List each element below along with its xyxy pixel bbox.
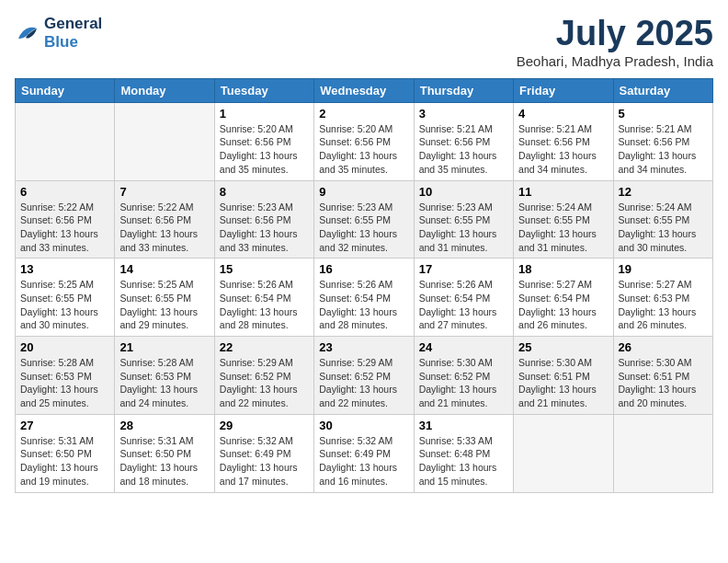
day-number: 23: [319, 340, 408, 354]
day-detail: Sunrise: 5:26 AM Sunset: 6:54 PM Dayligh…: [419, 278, 508, 332]
day-number: 13: [20, 262, 109, 276]
day-detail: Sunrise: 5:20 AM Sunset: 6:56 PM Dayligh…: [220, 122, 309, 177]
day-number: 12: [619, 185, 708, 199]
logo: General Blue: [15, 15, 102, 52]
day-number: 18: [518, 262, 608, 276]
calendar-day: 24Sunrise: 5:30 AM Sunset: 6:52 PM Dayli…: [414, 337, 513, 415]
day-number: 29: [220, 419, 309, 432]
col-header-tuesday: Tuesday: [214, 78, 313, 102]
day-number: 21: [119, 340, 209, 354]
day-detail: Sunrise: 5:21 AM Sunset: 6:56 PM Dayligh…: [518, 122, 608, 177]
day-number: 9: [319, 185, 408, 199]
col-header-wednesday: Wednesday: [314, 78, 414, 102]
day-detail: Sunrise: 5:26 AM Sunset: 6:54 PM Dayligh…: [220, 278, 309, 332]
col-header-friday: Friday: [514, 78, 613, 102]
day-number: 27: [20, 419, 109, 432]
day-number: 11: [518, 185, 608, 199]
day-detail: Sunrise: 5:30 AM Sunset: 6:51 PM Dayligh…: [518, 356, 608, 410]
day-detail: Sunrise: 5:33 AM Sunset: 6:48 PM Dayligh…: [419, 434, 508, 488]
day-number: 24: [419, 340, 508, 354]
calendar-day: 2Sunrise: 5:20 AM Sunset: 6:56 PM Daylig…: [314, 102, 414, 180]
calendar-day: 5Sunrise: 5:21 AM Sunset: 6:56 PM Daylig…: [613, 102, 712, 180]
calendar-day: 15Sunrise: 5:26 AM Sunset: 6:54 PM Dayli…: [214, 259, 313, 337]
calendar-day: 27Sunrise: 5:31 AM Sunset: 6:50 PM Dayli…: [16, 414, 115, 492]
calendar-day: 12Sunrise: 5:24 AM Sunset: 6:55 PM Dayli…: [613, 180, 712, 259]
day-detail: Sunrise: 5:27 AM Sunset: 6:54 PM Dayligh…: [518, 278, 608, 332]
day-number: 4: [518, 107, 608, 121]
calendar-day: 26Sunrise: 5:30 AM Sunset: 6:51 PM Dayli…: [613, 337, 712, 415]
day-detail: Sunrise: 5:27 AM Sunset: 6:53 PM Dayligh…: [619, 278, 708, 332]
day-detail: Sunrise: 5:22 AM Sunset: 6:56 PM Dayligh…: [20, 201, 109, 255]
calendar-day: 16Sunrise: 5:26 AM Sunset: 6:54 PM Dayli…: [314, 259, 414, 337]
calendar-day: 1Sunrise: 5:20 AM Sunset: 6:56 PM Daylig…: [214, 102, 313, 180]
col-header-monday: Monday: [115, 78, 214, 102]
day-number: 2: [319, 107, 408, 121]
calendar-day: 4Sunrise: 5:21 AM Sunset: 6:56 PM Daylig…: [514, 102, 613, 180]
day-detail: Sunrise: 5:28 AM Sunset: 6:53 PM Dayligh…: [20, 356, 109, 410]
day-detail: Sunrise: 5:29 AM Sunset: 6:52 PM Dayligh…: [319, 356, 408, 410]
calendar-day: 13Sunrise: 5:25 AM Sunset: 6:55 PM Dayli…: [16, 259, 115, 337]
calendar-day: 11Sunrise: 5:24 AM Sunset: 6:55 PM Dayli…: [514, 180, 613, 259]
day-number: 31: [419, 419, 508, 432]
calendar-day: 30Sunrise: 5:32 AM Sunset: 6:49 PM Dayli…: [314, 414, 414, 492]
month-title: July 2025: [517, 15, 713, 53]
day-detail: Sunrise: 5:32 AM Sunset: 6:49 PM Dayligh…: [220, 434, 309, 488]
calendar-header-row: SundayMondayTuesdayWednesdayThursdayFrid…: [16, 78, 713, 102]
day-detail: Sunrise: 5:24 AM Sunset: 6:55 PM Dayligh…: [518, 201, 608, 255]
day-number: 25: [518, 340, 608, 354]
day-detail: Sunrise: 5:32 AM Sunset: 6:49 PM Dayligh…: [319, 434, 408, 488]
day-number: 19: [619, 262, 708, 276]
calendar-day: 7Sunrise: 5:22 AM Sunset: 6:56 PM Daylig…: [115, 180, 214, 259]
calendar-day: 6Sunrise: 5:22 AM Sunset: 6:56 PM Daylig…: [16, 180, 115, 259]
calendar-day: 19Sunrise: 5:27 AM Sunset: 6:53 PM Dayli…: [613, 259, 712, 337]
page-header: General Blue July 2025 Beohari, Madhya P…: [15, 15, 713, 69]
day-detail: Sunrise: 5:23 AM Sunset: 6:55 PM Dayligh…: [319, 201, 408, 255]
title-block: July 2025 Beohari, Madhya Pradesh, India: [517, 15, 713, 69]
col-header-sunday: Sunday: [16, 78, 115, 102]
day-number: 3: [419, 107, 508, 121]
day-number: 20: [20, 340, 109, 354]
calendar-day: 14Sunrise: 5:25 AM Sunset: 6:55 PM Dayli…: [115, 259, 214, 337]
calendar-day: 29Sunrise: 5:32 AM Sunset: 6:49 PM Dayli…: [214, 414, 313, 492]
calendar-day: 23Sunrise: 5:29 AM Sunset: 6:52 PM Dayli…: [314, 337, 414, 415]
day-detail: Sunrise: 5:25 AM Sunset: 6:55 PM Dayligh…: [20, 278, 109, 332]
col-header-saturday: Saturday: [613, 78, 712, 102]
day-detail: Sunrise: 5:22 AM Sunset: 6:56 PM Dayligh…: [119, 201, 209, 255]
calendar-day: [115, 102, 214, 180]
calendar-day: 28Sunrise: 5:31 AM Sunset: 6:50 PM Dayli…: [115, 414, 214, 492]
day-number: 26: [619, 340, 708, 354]
calendar-day: 10Sunrise: 5:23 AM Sunset: 6:55 PM Dayli…: [414, 180, 513, 259]
day-detail: Sunrise: 5:21 AM Sunset: 6:56 PM Dayligh…: [619, 122, 708, 177]
location: Beohari, Madhya Pradesh, India: [517, 53, 713, 69]
calendar-day: 3Sunrise: 5:21 AM Sunset: 6:56 PM Daylig…: [414, 102, 513, 180]
day-detail: Sunrise: 5:23 AM Sunset: 6:56 PM Dayligh…: [220, 201, 309, 255]
day-detail: Sunrise: 5:21 AM Sunset: 6:56 PM Dayligh…: [419, 122, 508, 177]
calendar-day: [16, 102, 115, 180]
day-number: 5: [619, 107, 708, 121]
day-detail: Sunrise: 5:28 AM Sunset: 6:53 PM Dayligh…: [119, 356, 209, 410]
day-detail: Sunrise: 5:26 AM Sunset: 6:54 PM Dayligh…: [319, 278, 408, 332]
calendar-week-4: 27Sunrise: 5:31 AM Sunset: 6:50 PM Dayli…: [16, 414, 713, 492]
day-number: 1: [220, 107, 309, 121]
day-number: 10: [419, 185, 508, 199]
day-number: 30: [319, 419, 408, 432]
day-number: 7: [119, 185, 209, 199]
col-header-thursday: Thursday: [414, 78, 513, 102]
calendar-week-2: 13Sunrise: 5:25 AM Sunset: 6:55 PM Dayli…: [16, 259, 713, 337]
calendar-table: SundayMondayTuesdayWednesdayThursdayFrid…: [15, 78, 713, 493]
calendar-day: 25Sunrise: 5:30 AM Sunset: 6:51 PM Dayli…: [514, 337, 613, 415]
calendar-week-1: 6Sunrise: 5:22 AM Sunset: 6:56 PM Daylig…: [16, 180, 713, 259]
calendar-day: [613, 414, 712, 492]
calendar-day: 20Sunrise: 5:28 AM Sunset: 6:53 PM Dayli…: [16, 337, 115, 415]
day-number: 6: [20, 185, 109, 199]
day-number: 17: [419, 262, 508, 276]
calendar-day: 18Sunrise: 5:27 AM Sunset: 6:54 PM Dayli…: [514, 259, 613, 337]
day-detail: Sunrise: 5:31 AM Sunset: 6:50 PM Dayligh…: [20, 434, 109, 488]
calendar-day: 22Sunrise: 5:29 AM Sunset: 6:52 PM Dayli…: [214, 337, 313, 415]
day-detail: Sunrise: 5:30 AM Sunset: 6:52 PM Dayligh…: [419, 356, 508, 410]
calendar-day: [514, 414, 613, 492]
day-number: 16: [319, 262, 408, 276]
day-detail: Sunrise: 5:31 AM Sunset: 6:50 PM Dayligh…: [119, 434, 209, 488]
day-number: 28: [119, 419, 209, 432]
logo-text: General Blue: [44, 15, 102, 52]
